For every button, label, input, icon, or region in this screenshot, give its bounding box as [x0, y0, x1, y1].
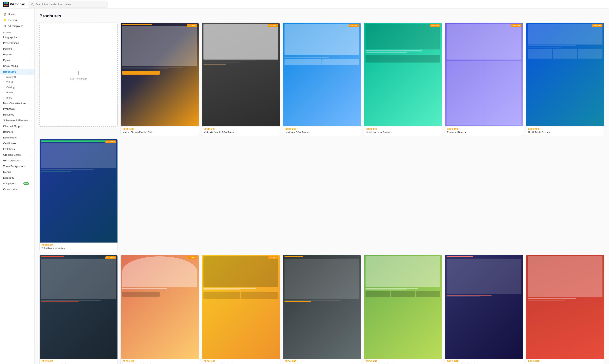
- chevron-right-icon: ›: [30, 36, 31, 39]
- sidebar-item-invitations[interactable]: Invitations: [0, 146, 34, 152]
- template-thumb-skincare: [526, 255, 604, 358]
- template-card-healthy-lifestyle[interactable]: Brochure Healthy Lifestyle Bifold Brochu…: [445, 255, 523, 364]
- template-card-health-services[interactable]: Brochure Health Services Trifold Brochur…: [364, 255, 442, 364]
- logo[interactable]: Piktochart: [3, 1, 25, 7]
- sidebar-item-home[interactable]: 🏠 Home: [0, 11, 34, 17]
- sidebar-sub-item-trifold[interactable]: Trifold: [0, 80, 34, 85]
- template-name-healthy-lifestyle: Healthy Lifestyle Bifold Brochure: [447, 363, 521, 364]
- featured-badge: FEATURED: [105, 256, 116, 259]
- sidebar-item-news-visualizations[interactable]: News Visualizations ›: [0, 100, 34, 106]
- sidebar-label-for-you: For You: [8, 19, 31, 22]
- home-icon: 🏠: [3, 13, 6, 16]
- template-name-health-services: Health Services Trifold Brochure: [366, 363, 440, 364]
- sidebar-item-reports[interactable]: Reports ›: [0, 52, 34, 57]
- template-category-fashion: Brochure: [123, 128, 196, 130]
- template-card-insurance[interactable]: FEATURED Brochure Health Insurance Broch…: [364, 23, 442, 136]
- sidebar-label-charts-graphs: Charts & Graphs: [3, 125, 29, 128]
- sidebar-item-flyers[interactable]: Flyers ›: [0, 57, 34, 63]
- sidebar-item-infographics[interactable]: Infographics ›: [0, 34, 34, 40]
- template-card-diabetes[interactable]: FEATURED Brochure Diabetes Disease Trifo…: [202, 255, 280, 364]
- sidebar-sub-item-bifold[interactable]: Bifold: [0, 95, 34, 100]
- sidebar-item-all-templates[interactable]: ⊞ All Templates: [0, 23, 34, 29]
- template-thumb-trifold-medical: FEATURED: [40, 139, 117, 243]
- chevron-right-icon: ›: [30, 108, 31, 110]
- template-thumb-modern-electronics: FEATURED: [40, 255, 117, 358]
- sidebar-item-posters[interactable]: Posters ›: [0, 46, 34, 52]
- featured-badge: FEATURED: [592, 24, 602, 27]
- svg-line-6: [33, 5, 34, 5]
- sidebar: 🏠 Home ⭐ For You ⊞ All Templates Format …: [0, 9, 35, 364]
- svg-rect-3: [4, 5, 6, 6]
- sidebar-item-zoom-backgrounds[interactable]: Zoom Backgrounds ›: [0, 163, 34, 169]
- start-blank-label: Start from blank: [70, 77, 87, 80]
- sidebar-label-certificates: Certificates: [3, 142, 31, 145]
- template-card-restaurant[interactable]: FEATURED Brochure Restaurant Brochure: [445, 23, 523, 136]
- template-thumb-insurance: FEATURED: [364, 23, 442, 126]
- template-card-jewelry[interactable]: FEATURED Brochure Minimalist Jewelry Bif…: [202, 23, 280, 136]
- search-input[interactable]: [35, 3, 105, 6]
- sidebar-item-schedules-planners[interactable]: Schedules & Planners ›: [0, 117, 34, 123]
- featured-badge: FEATURED: [187, 24, 197, 27]
- search-bar[interactable]: [28, 1, 108, 8]
- sidebar-item-for-you[interactable]: ⭐ For You: [0, 17, 34, 23]
- sidebar-item-proposals[interactable]: Proposals ›: [0, 106, 34, 112]
- sidebar-item-greeting-cards[interactable]: Greeting Cards ›: [0, 152, 34, 158]
- sidebar-sub-item-ebook[interactable]: Ebook: [0, 90, 34, 95]
- sidebar-item-certificates[interactable]: Certificates: [0, 141, 34, 146]
- chevron-right-icon: ›: [30, 159, 31, 162]
- plus-icon: ＋: [75, 69, 82, 76]
- template-info-restaurant: Brochure Restaurant Brochure: [445, 126, 523, 135]
- template-category-health-trifold: Brochure: [528, 128, 602, 130]
- template-card-health-trifold[interactable]: FEATURED Brochure Health Trifo: [526, 23, 604, 136]
- sidebar-item-charts-graphs[interactable]: Charts & Graphs ›: [0, 123, 34, 129]
- sidebar-item-custom-size[interactable]: Custom size: [0, 186, 34, 192]
- sidebar-label-social-media: Social Media: [3, 65, 29, 67]
- template-thumb-food: [283, 255, 361, 358]
- sidebar-label-news-visualizations: News Visualizations: [3, 102, 29, 105]
- sidebar-item-diagrams[interactable]: Diagrams: [0, 175, 34, 181]
- start-blank-card[interactable]: ＋ Start from blank: [40, 23, 118, 136]
- sidebar-label-brochures: Brochures: [3, 70, 28, 73]
- featured-badge: FEATURED: [105, 141, 116, 143]
- svg-rect-0: [3, 1, 9, 7]
- template-category-food: Brochure: [285, 360, 359, 363]
- template-category-healthy-lifestyle: Brochure: [447, 360, 521, 363]
- logo-text: Piktochart: [10, 2, 25, 6]
- template-category-skincare: Brochure: [528, 360, 602, 363]
- page-title: Brochures: [40, 13, 604, 19]
- piktochart-logo-icon: [3, 1, 9, 7]
- template-name-insurance: Health Insurance Brochure: [366, 131, 440, 133]
- sidebar-item-resumes[interactable]: Resumes ›: [0, 112, 34, 117]
- sidebar-item-brochures[interactable]: Brochures ⌄: [0, 69, 34, 75]
- sidebar-item-presentations[interactable]: Presentations ›: [0, 40, 34, 46]
- template-card-skincare[interactable]: Brochure Skin Care Catalogue: [526, 255, 604, 364]
- template-card-open-admission[interactable]: FEATURED Brochure Open Admission Trifold…: [121, 255, 199, 364]
- svg-rect-2: [6, 2, 8, 4]
- sidebar-label-all-templates: All Templates: [8, 25, 31, 27]
- template-info-health-trifold: Brochure Health Trifold Brochure: [526, 126, 604, 135]
- template-card-food[interactable]: Brochure Food Bifold Brochure: [283, 255, 361, 364]
- featured-badge: FEATURED: [511, 24, 521, 27]
- sidebar-sub-item-catalog[interactable]: Catalog: [0, 85, 34, 90]
- new-badge: New: [23, 182, 29, 185]
- template-card-healthcare[interactable]: FEATURED Brochure Healthcare Bifold Broc…: [283, 23, 361, 136]
- template-card-modern-electronics[interactable]: FEATURED Brochure Modern Electronics Bro…: [40, 255, 118, 364]
- template-info-skincare: Brochure Skin Care Catalogue: [526, 359, 604, 364]
- svg-rect-4: [6, 5, 8, 6]
- template-info-health-services: Brochure Health Services Trifold Brochur…: [364, 359, 442, 364]
- template-card-trifold-medical[interactable]: FEATURED Brochure Trifold Brochure Medic…: [40, 139, 118, 252]
- sidebar-item-social-media[interactable]: Social Media ›: [0, 63, 34, 69]
- template-card-fashion[interactable]: FEATURED Brochure Modern Clothing Fashio…: [121, 23, 199, 136]
- chevron-right-icon: ›: [30, 125, 31, 127]
- template-info-diabetes: Brochure Diabetes Disease Trifold Brochu…: [202, 359, 280, 364]
- sidebar-label-reports: Reports: [3, 53, 29, 56]
- sidebar-item-banners[interactable]: Banners: [0, 129, 34, 135]
- sidebar-label-zoom-backgrounds: Zoom Backgrounds: [3, 165, 29, 168]
- sidebar-item-wallpapers[interactable]: Wallpapers New ›: [0, 181, 34, 186]
- sidebar-item-gift-certificates[interactable]: Gift Certificates ›: [0, 158, 34, 163]
- sidebar-label-presentations: Presentations: [3, 41, 29, 44]
- sidebar-item-newsletters[interactable]: Newsletters: [0, 135, 34, 141]
- sidebar-item-menus[interactable]: Menus: [0, 169, 34, 175]
- sidebar-sub-item-nonprofit[interactable]: Nonprofit: [0, 75, 34, 80]
- main-layout: 🏠 Home ⭐ For You ⊞ All Templates Format …: [0, 9, 609, 364]
